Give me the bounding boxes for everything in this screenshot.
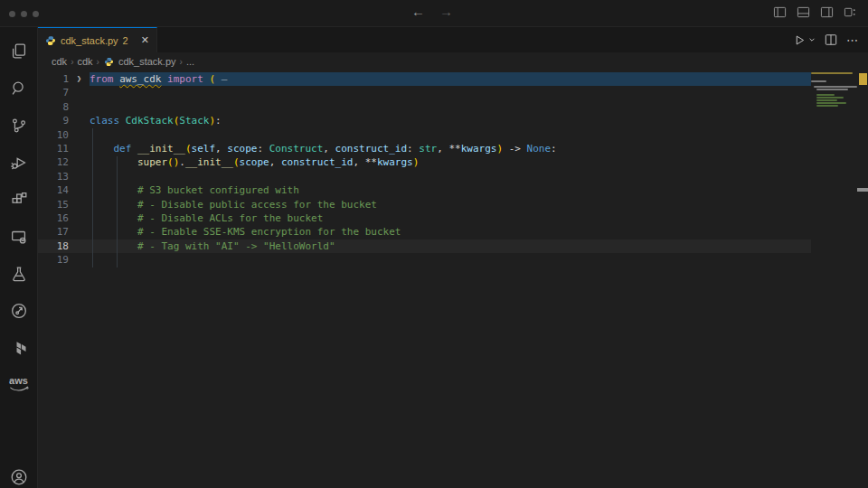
aws-logo: aws [9,375,28,386]
code-text: # S3 bucket configured with [90,183,811,197]
tab-cdk-stack[interactable]: cdk_stack.py 2 ✕ [38,27,157,52]
minimap-line [811,91,857,93]
test-beaker-icon[interactable] [0,255,38,292]
terraform-icon[interactable] [0,329,38,366]
code-text [90,100,811,114]
line-number: 11 [38,142,69,155]
line-number: 9 [38,114,69,127]
breadcrumb-symbol[interactable]: ... [186,56,194,67]
line-number: 8 [38,100,69,114]
nav-back-icon[interactable]: ← [411,4,425,19]
circle-branch-icon[interactable] [0,292,38,329]
split-editor-icon[interactable] [825,33,837,46]
account-icon[interactable] [0,458,38,488]
warning-marker [859,73,867,85]
line-number: 15 [38,198,69,211]
code-line[interactable]: 13 [38,170,811,183]
fold-column [69,211,90,225]
scroll-marker[interactable] [857,188,868,192]
line-number: 19 [38,253,69,267]
python-file-icon [104,57,114,67]
code-line[interactable]: 11 def __init__(self, scope: Construct, … [38,142,811,155]
code-line[interactable]: 15 # - Disable public access for the buc… [38,198,811,211]
minimap-line [811,108,857,109]
fold-column [69,183,90,197]
code-line[interactable]: 18 # - Tag with "AI" -> "HelloWorld" [38,239,811,253]
nav-forward-icon[interactable]: → [439,4,453,19]
fold-column [69,142,90,155]
toggle-panel-icon[interactable] [797,5,810,19]
fold-column [69,100,90,114]
close-window-icon[interactable] [9,11,15,17]
line-number: 17 [38,225,69,239]
customize-layout-icon[interactable] [844,5,857,19]
remote-explorer-icon[interactable] [0,218,38,255]
tab-close-icon[interactable]: ✕ [141,35,149,45]
breadcrumb-folder[interactable]: cdk [77,56,92,67]
code-text: # - Enable SSE-KMS encryption for the bu… [90,225,811,239]
minimap-line [811,83,857,85]
minimap-line [811,72,857,74]
breadcrumb-separator: › [71,57,73,67]
code-text [90,170,811,183]
source-control-icon[interactable] [0,107,38,144]
breadcrumb-separator: › [97,57,99,67]
tab-badge: 2 [123,35,128,46]
code-line[interactable]: 9class CdkStack(Stack): [38,114,811,127]
minimap-line [811,102,857,104]
fold-chevron-icon[interactable]: ❯ [69,72,90,86]
minimap-line [811,94,857,96]
minimap-line [811,99,857,101]
search-icon[interactable] [0,70,38,107]
aws-toolkit-icon[interactable]: aws [0,366,38,400]
code-text: from aws_cdk import ( – [90,72,811,86]
more-actions-icon[interactable]: ⋯ [846,33,859,47]
breadcrumb-separator: › [180,57,183,67]
toggle-secondary-sidebar-icon[interactable] [820,5,834,19]
code-text [90,128,811,142]
code-line[interactable]: 7 [38,86,811,99]
fold-column [69,239,90,253]
activity-bar: aws [0,27,38,488]
title-bar: ← → [0,0,868,27]
code-line[interactable]: 19 [38,253,811,267]
chevron-down-icon[interactable] [808,36,816,43]
code-text [90,86,811,99]
breadcrumb-file[interactable]: cdk_stack.py [118,56,176,67]
breadcrumb-folder[interactable]: cdk [52,56,67,67]
indent-guide [117,156,118,267]
fold-column [69,86,90,99]
overview-ruler [857,70,868,488]
extensions-icon[interactable] [0,181,38,218]
line-number: 13 [38,170,69,183]
code-line[interactable]: 1❯from aws_cdk import ( – [38,72,811,86]
code-text: # - Tag with "AI" -> "HelloWorld" [90,239,811,253]
code-line[interactable]: 10 [38,128,811,142]
line-number: 18 [38,239,69,253]
fold-column [69,198,90,211]
minimize-window-icon[interactable] [21,11,27,17]
indent-guide [92,128,93,267]
code-line[interactable]: 16 # - Disable ACLs for the bucket [38,211,811,225]
code-editor[interactable]: 1❯from aws_cdk import ( –789class CdkSta… [38,70,868,488]
toggle-primary-sidebar-icon[interactable] [773,5,787,19]
minimap-line [811,97,857,99]
code-line[interactable]: 14 # S3 bucket configured with [38,183,811,197]
code-line[interactable]: 17 # - Enable SSE-KMS encryption for the… [38,225,811,239]
tab-bar: cdk_stack.py 2 ✕ ⋯ [38,27,868,52]
minimap-line [811,89,857,90]
code-line[interactable]: 12 super().__init__(scope, construct_id,… [38,155,811,169]
code-line[interactable]: 8 [38,100,811,114]
fold-column [69,253,90,267]
fold-column [69,225,90,239]
minimap[interactable] [811,72,857,110]
fold-column [69,170,90,183]
run-python-button[interactable] [794,34,816,46]
code-text [90,253,811,267]
window-controls[interactable] [9,11,39,17]
line-number: 7 [38,86,69,99]
explorer-icon[interactable] [0,33,38,70]
minimap-line [811,75,857,77]
run-debug-icon[interactable] [0,144,38,181]
maximize-window-icon[interactable] [33,11,39,17]
